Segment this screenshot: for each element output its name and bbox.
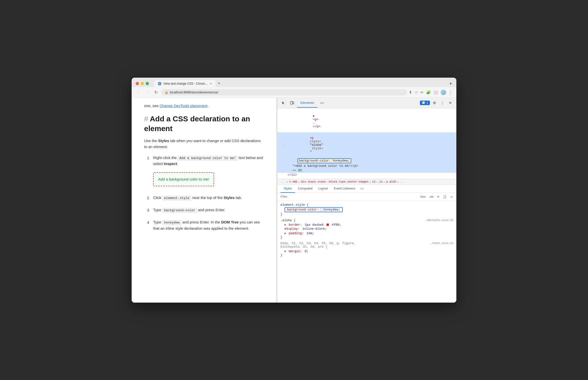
display-property: display: inline-block; <box>285 227 453 231</box>
minimize-window-button[interactable] <box>141 82 144 85</box>
element-style-rule: element.style { background-color: honeyd… <box>278 202 456 218</box>
settings-button[interactable]: ⚙ <box>431 99 438 106</box>
tab-favicon: G <box>158 82 161 85</box>
change-placement-link[interactable]: Change DevTools placement <box>160 104 208 108</box>
reload-button[interactable]: ↻ <box>153 89 159 96</box>
back-button[interactable]: ← <box>136 89 142 96</box>
devtools-more-button[interactable]: ⋮ <box>439 99 446 106</box>
aloha-close: } <box>281 236 453 239</box>
dom-line-selected[interactable]: … <p class= "aloha" style= " <box>278 132 456 158</box>
share-icon[interactable]: ⬆ <box>409 90 412 95</box>
bookmark-icon[interactable]: ☆ <box>415 90 418 95</box>
tabs-row: G View and change CSS - Chrom... ✕ + <box>154 80 446 87</box>
traffic-lights <box>136 82 149 85</box>
breadcrumb-div[interactable]: div.stack.stack--block.type.center-image… <box>301 180 369 183</box>
add-style-button[interactable]: + <box>436 194 440 199</box>
step-2: 2 Click element.style near the top of th… <box>144 195 264 201</box>
active-tab[interactable]: G View and change CSS - Chrom... ✕ <box>154 80 216 87</box>
reset-source[interactable]: _reset.scss:11 <box>430 242 453 245</box>
padding-expand[interactable]: ▶ <box>285 232 287 235</box>
intro-text: Use the Styles tab when you want to chan… <box>144 138 264 150</box>
steps-list: 1 Right-click the Add a background color… <box>144 155 264 232</box>
notification-badge[interactable]: 💬 1 <box>420 101 430 105</box>
copy-button[interactable]: 📋 <box>442 194 448 199</box>
forward-button[interactable]: → <box>144 89 151 96</box>
step-3-num: 3 <box>144 207 149 213</box>
new-tab-button[interactable]: + <box>216 80 223 87</box>
filter-bar: :hov .cls + 📋 ◁ <box>278 193 456 201</box>
breadcrumb: ... ▸ t-400 ▸ div.stack.stack--block.typ… <box>278 179 456 185</box>
elements-tab[interactable]: Elements <box>297 98 317 108</box>
cls-button[interactable]: .cls <box>428 194 435 199</box>
cut-icon[interactable]: ✂ <box>420 90 424 95</box>
maximize-window-button[interactable] <box>146 82 149 85</box>
tabs-more-button[interactable]: >> <box>317 99 326 107</box>
dom-line-text: ">Add a background color to me!</p> <box>278 164 456 168</box>
step-3-code: background-color <box>162 208 197 213</box>
extension-icon[interactable]: 🧩 <box>426 90 431 95</box>
title-bar: G View and change CSS - Chrom... ✕ + ▼ <box>132 78 456 87</box>
devtools-topbar: Elements >> 💬 1 ⚙ ⋮ ✕ <box>278 98 456 108</box>
url-text: localhost:8080/docs/devtools/css/ <box>170 90 218 94</box>
window-icon[interactable]: ⬜ <box>433 90 438 95</box>
color-swatch-white[interactable] <box>320 208 322 211</box>
css-rules: element.style { background-color: honeyd… <box>278 201 456 303</box>
aloha-source[interactable]: _devtools.scss:19 <box>425 219 453 222</box>
svg-rect-0 <box>291 101 293 104</box>
tab-close-button[interactable]: ✕ <box>210 82 212 85</box>
tab-layout[interactable]: Layout <box>315 185 331 193</box>
intro-paragraph: one, see Change DevTools placement . <box>144 103 264 109</box>
aloha-properties: ▶ border: 1px dashed #f00; display: inli… <box>281 223 453 235</box>
step-4-num: 4 <box>144 219 149 225</box>
margin-expand[interactable]: ▶ <box>285 250 287 253</box>
breadcrumb-ellipsis: ... <box>281 180 286 183</box>
section-heading: #Add a CSS declaration to an element <box>144 114 264 133</box>
step-1-num: 1 <box>144 155 149 161</box>
step-4-code: honeydew <box>162 220 181 225</box>
tab-computed[interactable]: Computed <box>295 185 315 193</box>
breadcrumb-ol[interactable]: ol <box>372 180 375 183</box>
element-style-selector: element.style { <box>281 203 453 207</box>
element-style-close: } <box>281 213 453 216</box>
styles-subtabs: Styles Computed Layout Event Listeners >… <box>278 185 456 193</box>
browser-window: G View and change CSS - Chrom... ✕ + ▼ ←… <box>132 78 456 303</box>
main-content: one, see Change DevTools placement . #Ad… <box>132 98 456 303</box>
tab-event-listeners[interactable]: Event Listeners <box>331 185 358 193</box>
styles-tabs-more[interactable]: >> <box>358 185 366 192</box>
border-expand[interactable]: ▶ <box>285 223 287 227</box>
svg-rect-1 <box>293 102 294 104</box>
breadcrumb-end-ellipsis: ... <box>400 180 405 183</box>
step-2-num: 2 <box>144 195 149 201</box>
breadcrumb-t400[interactable]: t-400 <box>289 180 297 183</box>
filter-actions: :hov .cls + 📋 ◁ <box>419 194 453 199</box>
breadcrumb-p[interactable]: p.aloh <box>386 180 396 183</box>
padding-property: ▶ padding: 1em; <box>285 231 453 235</box>
border-property: ▶ border: 1px dashed #f00; <box>285 223 453 227</box>
dom-line-1: ▶ <p> … </p> <box>278 110 456 132</box>
step-4-content: Type honeydew and press Enter. In the DO… <box>153 219 264 231</box>
dom-line-dollar: == $0 <box>278 168 456 173</box>
demo-box[interactable]: Add a background color to me! <box>153 172 214 186</box>
avatar[interactable] <box>441 90 446 95</box>
dom-tree: ▶ <p> … </p> … <p class= "aloha" style= … <box>278 108 456 179</box>
background-color-prop[interactable]: background-color: honeydew; <box>285 207 343 212</box>
tab-title: View and change CSS - Chrom... <box>163 82 208 85</box>
tab-styles[interactable]: Styles <box>281 185 295 193</box>
cursor-tool-button[interactable] <box>280 99 287 106</box>
window-controls: ▼ <box>449 82 452 86</box>
breadcrumb-li[interactable]: li <box>379 180 382 183</box>
device-tool-button[interactable] <box>289 99 295 106</box>
devtools-close-button[interactable]: ✕ <box>447 99 454 106</box>
toggle-button[interactable]: ◁ <box>449 194 453 199</box>
color-swatch-red[interactable] <box>326 223 329 226</box>
step-4: 4 Type honeydew and press Enter. In the … <box>144 219 264 231</box>
menu-icon[interactable]: ⋮ <box>449 90 452 95</box>
toolbar-icons: ⬆ ☆ ✂ 🧩 ⬜ ⋮ <box>409 90 452 95</box>
step-1: 1 Right-click the Add a background color… <box>144 155 264 189</box>
url-bar[interactable]: 🔒 localhost:8080/docs/devtools/css/ <box>161 89 407 95</box>
hov-button[interactable]: :hov <box>419 194 427 199</box>
margin-property: ▶ margin: 0; <box>285 249 453 253</box>
devtools-right-icons: 💬 1 ⚙ ⋮ ✕ <box>420 99 454 106</box>
close-window-button[interactable] <box>136 82 139 85</box>
filter-input[interactable] <box>281 195 417 198</box>
